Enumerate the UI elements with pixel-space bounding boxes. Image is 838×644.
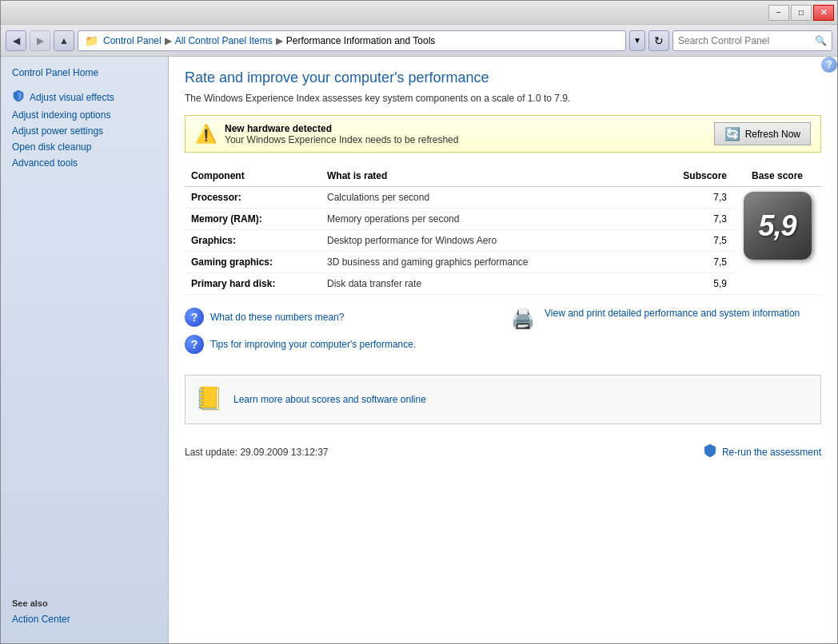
performance-table: Component What is rated Subscore Base sc… <box>185 165 821 295</box>
search-icon[interactable]: 🔍 <box>815 35 827 46</box>
breadcrumb-control-panel[interactable]: Control Panel <box>103 35 162 46</box>
sidebar-item-adjust-power-settings[interactable]: Adjust power settings <box>1 123 168 139</box>
sidebar-item-action-center[interactable]: Action Center <box>12 611 157 627</box>
back-button[interactable]: ◀ <box>6 30 26 51</box>
score-badge: 5,9 <box>744 192 812 260</box>
table-row: Gaming graphics: 3D business and gaming … <box>185 252 821 273</box>
sidebar-item-adjust-visual-effects[interactable]: Adjust visual effects <box>1 87 168 107</box>
breadcrumb-dropdown-button[interactable]: ▼ <box>629 30 645 51</box>
sidebar-item-control-panel-home[interactable]: Control Panel Home <box>12 65 157 81</box>
refresh-now-button[interactable]: 🔄 Refresh Now <box>714 122 811 145</box>
what-gaming-graphics: 3D business and gaming graphics performa… <box>321 252 676 273</box>
printer-icon: 🖨️ <box>511 308 537 333</box>
last-update-label: Last update: 29.09.2009 13:12:37 <box>185 447 329 458</box>
minimize-button[interactable]: − <box>768 5 789 21</box>
rerun-assessment-link[interactable]: Re-run the assessment <box>703 443 821 460</box>
what-graphics: Desktop performance for Windows Aero <box>321 230 676 252</box>
up-button[interactable]: ▲ <box>54 30 74 51</box>
warning-icon: ⚠️ <box>195 124 217 145</box>
search-input[interactable] <box>678 35 815 46</box>
table-row: Memory (RAM): Memory operations per seco… <box>185 209 821 230</box>
subscore-processor: 7,3 <box>676 187 733 209</box>
links-section: ? What do these numbers mean? ? Tips for… <box>185 308 821 362</box>
title-bar: − □ ✕ <box>1 1 837 25</box>
see-also-label: See also <box>12 598 157 608</box>
sidebar-item-open-disk-cleanup[interactable]: Open disk cleanup <box>1 139 168 155</box>
folder-icon: 📁 <box>85 34 98 47</box>
col-header-what: What is rated <box>321 165 676 187</box>
component-disk: Primary hard disk: <box>185 273 321 295</box>
page-title: Rate and improve your computer's perform… <box>185 70 821 86</box>
breadcrumb-sep-1: ▶ <box>165 35 172 46</box>
address-bar: ◀ ▶ ▲ 📁 Control Panel ▶ All Control Pane… <box>1 25 837 57</box>
help-button[interactable]: ? <box>821 57 837 73</box>
subscore-gaming-graphics: 7,5 <box>676 252 733 273</box>
table-row: Graphics: Desktop performance for Window… <box>185 230 821 252</box>
help-icon-1: ? <box>185 308 204 327</box>
help-icon-2: ? <box>185 335 204 354</box>
sidebar-bottom: See also Action Center <box>1 590 168 635</box>
content-area: ? Rate and improve your computer's perfo… <box>169 57 837 643</box>
warning-title: New hardware detected <box>225 123 706 134</box>
window: − □ ✕ ◀ ▶ ▲ 📁 Control Panel ▶ All Contro… <box>0 0 838 644</box>
what-ram: Memory operations per second <box>321 209 676 230</box>
refresh-now-icon: 🔄 <box>724 126 740 141</box>
learn-more-box: 📒 Learn more about scores and software o… <box>185 375 821 424</box>
what-disk: Disk data transfer rate <box>321 273 676 295</box>
shield-icon <box>12 89 25 105</box>
sidebar-item-advanced-tools[interactable]: Advanced tools <box>1 155 168 171</box>
sidebar-item-adjust-indexing-options[interactable]: Adjust indexing options <box>1 107 168 123</box>
warning-bar: ⚠️ New hardware detected Your Windows Ex… <box>185 115 821 153</box>
component-ram: Memory (RAM): <box>185 209 321 230</box>
refresh-now-label: Refresh Now <box>745 129 800 140</box>
col-header-basescore: Base score <box>733 165 821 187</box>
address-refresh-button[interactable]: ↻ <box>648 30 669 51</box>
what-numbers-mean-link[interactable]: What do these numbers mean? <box>210 312 344 323</box>
subscore-graphics: 7,5 <box>676 230 733 252</box>
base-score-value: 5,9 <box>758 209 796 243</box>
warning-text: New hardware detected Your Windows Exper… <box>225 123 706 145</box>
sidebar: Control Panel Home Adjust visual effects… <box>1 57 169 643</box>
base-score-cell: 5,9 <box>733 187 821 295</box>
component-gaming-graphics: Gaming graphics: <box>185 252 321 273</box>
links-left: ? What do these numbers mean? ? Tips for… <box>185 308 495 362</box>
forward-button[interactable]: ▶ <box>30 30 50 51</box>
maximize-button[interactable]: □ <box>791 5 812 21</box>
title-bar-controls: − □ ✕ <box>768 5 834 21</box>
subscore-disk: 5,9 <box>676 273 733 295</box>
breadcrumb-all-items[interactable]: All Control Panel Items <box>175 35 273 46</box>
component-graphics: Graphics: <box>185 230 321 252</box>
close-button[interactable]: ✕ <box>813 5 834 21</box>
content-footer: Last update: 29.09.2009 13:12:37 Re-run … <box>185 437 821 460</box>
breadcrumb-bar: 📁 Control Panel ▶ All Control Panel Item… <box>78 30 626 51</box>
main-area: Control Panel Home Adjust visual effects… <box>1 57 837 643</box>
page-subtitle: The Windows Experience Index assesses ke… <box>185 93 821 104</box>
shield-rerun-icon <box>703 443 717 460</box>
tips-link[interactable]: Tips for improving your computer's perfo… <box>210 339 416 350</box>
search-box: 🔍 <box>672 30 832 51</box>
subscore-ram: 7,3 <box>676 209 733 230</box>
col-header-subscore: Subscore <box>676 165 733 187</box>
what-processor: Calculations per second <box>321 187 676 209</box>
component-processor: Processor: <box>185 187 321 209</box>
learn-more-link[interactable]: Learn more about scores and software onl… <box>233 394 426 405</box>
book-icon: 📒 <box>195 385 224 414</box>
col-header-component: Component <box>185 165 321 187</box>
print-performance-link[interactable]: View and print detailed performance and … <box>545 308 800 319</box>
breadcrumb-sep-2: ▶ <box>276 35 283 46</box>
warning-desc: Your Windows Experience Index needs to b… <box>225 134 706 145</box>
links-right: 🖨️ View and print detailed performance a… <box>511 308 821 333</box>
help-link-row-1: ? What do these numbers mean? <box>185 308 495 327</box>
help-link-row-2: ? Tips for improving your computer's per… <box>185 335 495 354</box>
table-row: Primary hard disk: Disk data transfer ra… <box>185 273 821 295</box>
table-row: Processor: Calculations per second 7,3 5… <box>185 187 821 209</box>
breadcrumb-current: Performance Information and Tools <box>286 35 436 46</box>
